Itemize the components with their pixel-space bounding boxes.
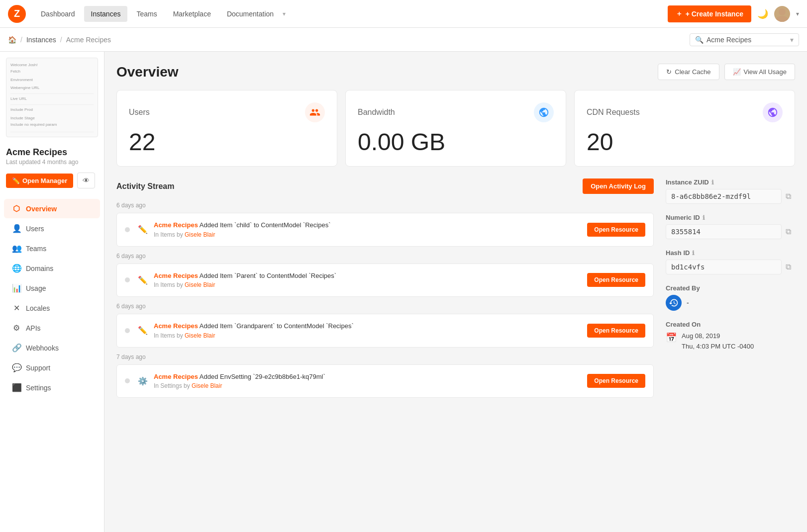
create-instance-button[interactable]: ＋ + Create Instance (668, 5, 751, 22)
instance-Zuid-copy-button[interactable]: ⧉ (782, 190, 795, 203)
open-manager-label: Open Manager (22, 177, 67, 184)
sidebar-item-users[interactable]: 👤 Users (4, 219, 100, 238)
creator-avatar (666, 295, 682, 311)
page-title: Overview (116, 64, 179, 80)
view-all-usage-button[interactable]: 📈 View All Usage (724, 64, 795, 80)
activity-user-link-4[interactable]: Gisele Blair (192, 382, 222, 389)
nav-marketplace[interactable]: Marketplace (166, 6, 218, 22)
activity-user-link-3[interactable]: Gisele Blair (185, 332, 215, 339)
apis-icon: ⚙ (12, 323, 21, 333)
breadcrumb-bar: 🏠 / Instances / Acme Recipes 🔍 ▾ (0, 28, 807, 52)
overview-header: Overview ↻ Clear Cache 📈 View All Usage (116, 64, 795, 80)
activity-text-4: Acme Recipes Added EnvSetting `29-e2c9b8… (154, 372, 581, 391)
avatar-chevron-icon[interactable]: ▾ (796, 10, 799, 17)
sidebar-item-locales[interactable]: ✕ Locales (4, 298, 100, 318)
clear-cache-button[interactable]: ↻ Clear Cache (658, 64, 719, 80)
overview-actions: ↻ Clear Cache 📈 View All Usage (658, 64, 795, 80)
nav-instances[interactable]: Instances (84, 6, 128, 22)
bottom-row: Activity Stream Open Activity Log 6 days… (116, 178, 795, 404)
created-on-row: 📅 Aug 08, 2019 Thu, 4:03 PM UTC -0400 (666, 331, 795, 352)
sidebar-item-webhooks-label: Webhooks (26, 344, 59, 352)
sidebar-item-apis[interactable]: ⚙ APIs (4, 318, 100, 338)
sidebar-item-support[interactable]: 💬 Support (4, 358, 100, 377)
users-stat-icon (305, 102, 325, 122)
open-resource-btn-3[interactable]: Open Resource (587, 324, 645, 338)
create-instance-label: + Create Instance (686, 10, 743, 18)
activity-instance-link-4[interactable]: Acme Recipes (154, 373, 198, 380)
sidebar-item-webhooks[interactable]: 🔗 Webhooks (4, 338, 100, 357)
logo-icon[interactable]: Z (8, 5, 26, 23)
activity-instance-link-2[interactable]: Acme Recipes (154, 272, 198, 279)
breadcrumb-instances-link[interactable]: Instances (26, 36, 56, 44)
hash-id-copy-button[interactable]: ⧉ (782, 261, 795, 273)
numeric-id-label: Numeric ID ℹ (666, 214, 795, 221)
activity-instance-link-1[interactable]: Acme Recipes (154, 221, 198, 229)
created-by-dash: - (687, 299, 689, 307)
activity-item-4: ⚙️ Acme Recipes Added EnvSetting `29-e2c… (116, 364, 654, 398)
created-by-section: Created By - (666, 284, 795, 311)
activity-action-2: Added Item `Parent` to ContentModel `Rec… (200, 272, 336, 279)
hash-id-info-icon[interactable]: ℹ (692, 250, 695, 257)
pencil-icon: ✏️ (12, 177, 20, 184)
nav-documentation[interactable]: Documentation (220, 6, 281, 22)
users-label: Users (129, 108, 150, 117)
sidebar-item-domains[interactable]: 🌐 Domains (4, 259, 100, 278)
numeric-id-copy-button[interactable]: ⧉ (782, 225, 795, 238)
sidebar-item-usage-label: Usage (26, 284, 46, 292)
top-nav: Z Dashboard Instances Teams Marketplace … (0, 0, 807, 28)
open-resource-btn-2[interactable]: Open Resource (587, 273, 645, 287)
sidebar-item-settings-label: Settings (26, 384, 51, 392)
nav-teams[interactable]: Teams (129, 6, 164, 22)
sidebar-item-settings[interactable]: ⬛ Settings (4, 378, 100, 397)
sidebar-item-overview[interactable]: ⬡ Overview (4, 199, 100, 218)
breadcrumb-search-icon: 🔍 (695, 36, 704, 44)
preview-button[interactable]: 👁 (77, 173, 95, 188)
breadcrumb-current: Acme Recipes (66, 36, 111, 44)
activity-dot-2 (125, 277, 130, 282)
activity-user-link-1[interactable]: Gisele Blair (185, 231, 215, 238)
activity-instance-link-3[interactable]: Acme Recipes (154, 322, 198, 330)
instance-zuid-info-icon[interactable]: ℹ (711, 179, 714, 186)
activity-edit-icon-2: ✏️ (138, 275, 148, 285)
created-by-row: - (666, 295, 795, 311)
instance-Zuid-value: 8-a6c8bb86e2-mzdf9l (666, 189, 782, 204)
domains-icon: 🌐 (12, 264, 21, 273)
sidebar-item-teams[interactable]: 👥 Teams (4, 239, 100, 258)
created-on-day-value: Thu, 4:03 PM UTC -0400 (682, 342, 754, 352)
hash-id-section: Hash ID ℹ bd1c4vfs ⧉ (666, 249, 795, 274)
open-manager-button[interactable]: ✏️ Open Manager (6, 174, 73, 188)
eye-icon: 👁 (83, 177, 90, 184)
activity-time-1: 6 days ago (116, 202, 654, 209)
activity-edit-icon-3: ✏️ (138, 326, 148, 335)
view-all-usage-label: View All Usage (744, 68, 787, 76)
teams-icon: 👥 (12, 244, 21, 253)
open-resource-btn-1[interactable]: Open Resource (587, 223, 645, 237)
sidebar-preview-content: Welcome Josh! Fetch Environment Webengin… (6, 58, 98, 137)
instance-Zuid-value-row: 8-a6c8bb86e2-mzdf9l ⧉ (666, 189, 795, 204)
activity-user-link-2[interactable]: Gisele Blair (185, 281, 215, 288)
dark-mode-icon[interactable]: 🌙 (757, 8, 768, 19)
breadcrumb-sep2: / (60, 36, 62, 44)
sidebar-item-usage[interactable]: 📊 Usage (4, 278, 100, 298)
activity-action-4: Added EnvSetting `29-e2c9b8b6e1-kq79ml` (200, 373, 325, 380)
activity-sub-3: In Items by (154, 332, 185, 339)
activity-text-2: Acme Recipes Added Item `Parent` to Cont… (154, 271, 581, 290)
breadcrumb: 🏠 / Instances / Acme Recipes (8, 36, 690, 44)
breadcrumb-search-dropdown-icon[interactable]: ▾ (790, 36, 794, 44)
sidebar-last-updated: Last updated 4 months ago (0, 159, 104, 171)
nav-right: ＋ + Create Instance 🌙 ▾ (668, 5, 799, 22)
sidebar-actions: ✏️ Open Manager 👁 (0, 171, 104, 194)
activity-text-3: Acme Recipes Added Item `Grandparent` to… (154, 321, 581, 340)
open-resource-btn-4[interactable]: Open Resource (587, 374, 645, 388)
breadcrumb-home-link[interactable]: 🏠 (8, 36, 16, 44)
settings-icon: ⬛ (12, 383, 21, 392)
nav-dashboard[interactable]: Dashboard (34, 6, 82, 22)
user-avatar[interactable] (774, 6, 790, 22)
activity-time-2: 6 days ago (116, 253, 654, 260)
numeric-id-info-icon[interactable]: ℹ (703, 214, 705, 221)
instance-zuid-label-text: Instance ZUID (666, 178, 709, 186)
main-content: Overview ↻ Clear Cache 📈 View All Usage … (104, 52, 807, 532)
open-activity-log-button[interactable]: Open Activity Log (583, 178, 654, 194)
breadcrumb-search-input[interactable] (706, 36, 787, 44)
info-panel: Instance ZUID ℹ 8-a6c8bb86e2-mzdf9l ⧉ Nu… (666, 178, 795, 404)
